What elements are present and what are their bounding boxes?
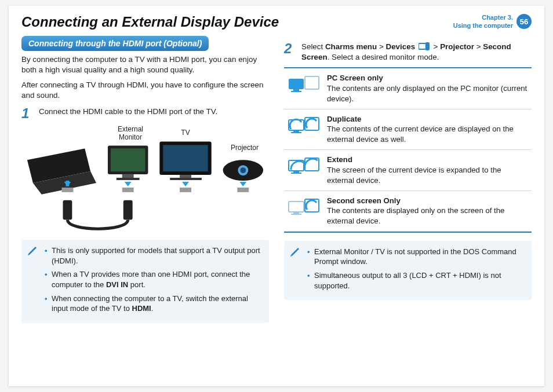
mode-text: Extend The screen of the current device … xyxy=(327,155,529,185)
mode-row-duplicate: Duplicate The contents of the current de… xyxy=(284,109,532,150)
svg-marker-21 xyxy=(239,182,246,186)
left-note-item-2: When a TV provides more than one HDMI po… xyxy=(45,269,262,290)
left-note-box: This is only supported for models that s… xyxy=(21,240,269,323)
left-note-item-3: When connecting the computer to a TV, sw… xyxy=(45,294,262,314)
svg-marker-19 xyxy=(125,182,132,186)
step-number: 1 xyxy=(21,107,33,120)
mode-icon-duplicate xyxy=(286,114,321,140)
svg-rect-8 xyxy=(180,175,191,178)
two-column-layout: Connecting through the HDMI port (Option… xyxy=(21,36,532,323)
left-column: Connecting through the HDMI port (Option… xyxy=(21,36,269,323)
svg-rect-27 xyxy=(293,89,299,91)
mode-text: Second screen Only The contents are disp… xyxy=(327,196,529,226)
step-2-text: Select Charms menu > Devices > Projector… xyxy=(301,42,532,63)
svg-rect-31 xyxy=(293,130,299,132)
svg-rect-5 xyxy=(117,178,140,180)
step-1-text: Connect the HDMI cable to the HDMI port … xyxy=(39,107,269,120)
svg-rect-13 xyxy=(62,188,74,192)
step-1: 1 Connect the HDMI cable to the HDMI por… xyxy=(21,107,269,120)
svg-rect-39 xyxy=(293,212,299,214)
connection-diagram: External Monitor TV Projector xyxy=(21,125,269,235)
mode-row-extend: Extend The screen of the current device … xyxy=(284,150,532,190)
svg-rect-24 xyxy=(419,43,426,49)
svg-marker-20 xyxy=(182,182,189,186)
svg-rect-28 xyxy=(291,91,301,92)
svg-rect-35 xyxy=(293,171,299,173)
mode-text: PC Screen only The contents are only dis… xyxy=(327,73,529,104)
svg-rect-36 xyxy=(291,173,301,174)
svg-rect-18 xyxy=(66,181,69,186)
intro-paragraph-1: By connecting the computer to a TV with … xyxy=(21,54,269,75)
svg-rect-25 xyxy=(425,42,430,50)
svg-rect-23 xyxy=(123,200,133,220)
page-number-badge: 56 xyxy=(516,14,532,29)
manual-page: Connecting an External Display Device Ch… xyxy=(9,6,544,386)
chapter-line2: Using the computer xyxy=(453,22,513,30)
chapter-line1: Chapter 3. xyxy=(453,14,513,22)
right-note-item-1: External Monitor / TV is not supported i… xyxy=(307,247,525,267)
section-heading-bar: Connecting through the HDMI port (Option… xyxy=(21,36,209,51)
step-2: 2 Select Charms menu > Devices > Project… xyxy=(284,42,532,63)
svg-rect-26 xyxy=(289,79,304,89)
svg-rect-4 xyxy=(122,174,134,178)
display-modes-table: PC Screen only The contents are only dis… xyxy=(284,67,532,232)
svg-rect-38 xyxy=(289,202,304,212)
step-number: 2 xyxy=(284,42,296,63)
svg-rect-29 xyxy=(305,76,319,89)
svg-rect-3 xyxy=(111,149,145,172)
page-header: Connecting an External Display Device Ch… xyxy=(21,14,532,30)
table-bottom-rule xyxy=(284,232,532,233)
page-title: Connecting an External Display Device xyxy=(21,14,279,30)
svg-rect-32 xyxy=(291,132,301,133)
svg-rect-40 xyxy=(291,214,301,215)
chapter-block: Chapter 3. Using the computer 56 xyxy=(453,14,532,30)
mode-icon-second-only xyxy=(286,196,321,221)
right-note-box: External Monitor / TV is not supported i… xyxy=(284,241,532,300)
right-note-item-2: Simultaneous output to all 3 (LCD + CRT … xyxy=(307,270,525,291)
devices-icon xyxy=(419,42,430,50)
svg-rect-9 xyxy=(170,178,202,180)
svg-rect-22 xyxy=(63,200,72,220)
mode-icon-pc-only xyxy=(286,73,321,98)
diagram-label-tv: TV xyxy=(171,129,200,137)
svg-rect-15 xyxy=(180,188,191,192)
chapter-label: Chapter 3. Using the computer xyxy=(453,14,513,30)
note-icon xyxy=(290,247,300,261)
svg-rect-16 xyxy=(237,188,249,192)
svg-rect-14 xyxy=(122,188,134,192)
left-note-item-1: This is only supported for models that s… xyxy=(45,246,262,266)
mode-icon-extend xyxy=(286,155,321,180)
mode-row-pc-only: PC Screen only The contents are only dis… xyxy=(284,68,532,109)
mode-text: Duplicate The contents of the current de… xyxy=(327,114,529,145)
mode-row-second-only: Second screen Only The contents are disp… xyxy=(284,191,532,232)
intro-paragraph-2: After connecting a TV through HDMI, you … xyxy=(21,80,269,101)
diagram-label-external-monitor: External Monitor xyxy=(107,125,154,141)
right-column: 2 Select Charms menu > Devices > Project… xyxy=(284,36,532,323)
svg-rect-7 xyxy=(163,145,208,172)
svg-point-12 xyxy=(240,168,246,174)
note-icon xyxy=(27,246,38,259)
diagram-label-projector: Projector xyxy=(224,144,265,152)
